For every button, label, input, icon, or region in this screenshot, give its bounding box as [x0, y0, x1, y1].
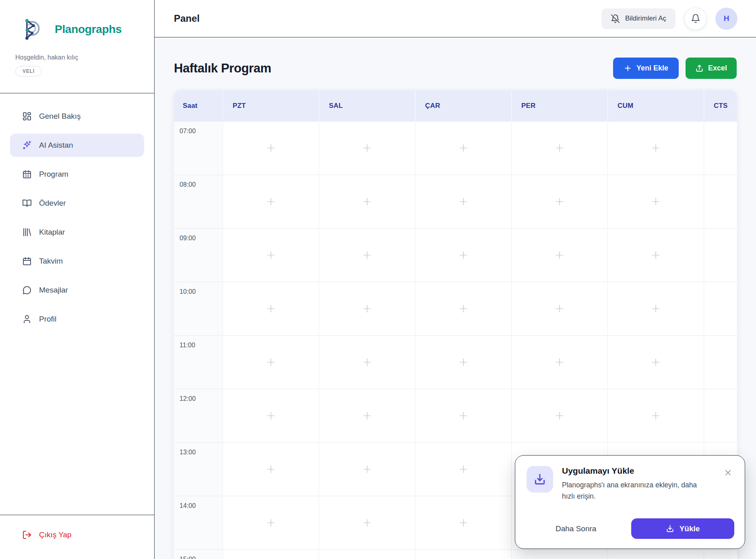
day-header-pzt: PZT — [223, 90, 319, 122]
schedule-cell-çar-1000[interactable] — [415, 282, 512, 336]
sidebar-item-ai-asistan[interactable]: AI Asistan — [10, 134, 144, 157]
plus-icon — [624, 64, 632, 72]
schedule-cell-pzt-1400[interactable] — [223, 496, 319, 550]
role-badge: VELİ — [15, 66, 42, 76]
sidebar-item-label: Genel Bakış — [39, 112, 81, 121]
schedule-cell-per-1100[interactable] — [512, 336, 608, 389]
sidebar-item-kitaplar[interactable]: Kitaplar — [10, 221, 144, 244]
plus-icon — [555, 144, 564, 153]
plus-icon — [266, 411, 275, 420]
plus-icon — [459, 304, 468, 313]
schedule-cell-pzt-1100[interactable] — [223, 336, 319, 389]
schedule-cell-sal-1500[interactable] — [319, 550, 415, 559]
add-new-button[interactable]: Yeni Ekle — [613, 58, 679, 79]
schedule-cell-pzt-0700[interactable] — [223, 122, 319, 175]
schedule-cell-pzt-1000[interactable] — [223, 282, 319, 336]
add-new-label: Yeni Ekle — [636, 64, 668, 72]
plus-icon — [363, 358, 372, 367]
schedule-cell-pzt-1200[interactable] — [223, 389, 319, 443]
confirm-install-button[interactable]: Yükle — [631, 518, 734, 539]
schedule-cell-pzt-0900[interactable] — [223, 229, 319, 282]
sidebar-item-profil[interactable]: Profil — [10, 307, 144, 331]
user-avatar[interactable]: H — [715, 8, 737, 30]
schedule-cell-cum-1200[interactable] — [608, 389, 704, 443]
schedule-cell-sal-0900[interactable] — [319, 229, 415, 282]
schedule-cell-pzt-1500[interactable] — [223, 550, 319, 559]
excel-export-button[interactable]: Excel — [686, 58, 737, 79]
message-circle-icon — [22, 285, 32, 295]
enable-notifications-button[interactable]: Bildirimleri Aç — [601, 8, 675, 29]
welcome-text: Hoşgeldin, hakan kılıç — [15, 54, 154, 61]
schedule-cell-sal-1300[interactable] — [319, 443, 415, 496]
close-icon[interactable] — [722, 466, 734, 479]
time-slot-label: 12:00 — [174, 389, 223, 443]
plus-icon — [555, 411, 564, 420]
excel-label: Excel — [708, 64, 727, 72]
sidebar-item-mesajlar[interactable]: Mesajlar — [10, 278, 144, 302]
schedule-cell-çar-1100[interactable] — [415, 336, 512, 389]
schedule-cell-cum-0800[interactable] — [608, 175, 704, 229]
schedule-cell-cts-0900[interactable] — [704, 229, 737, 282]
schedule-cell-cum-0700[interactable] — [608, 122, 704, 175]
schedule-cell-per-1000[interactable] — [512, 282, 608, 336]
sidebar-item-takvim[interactable]: Takvim — [10, 250, 144, 273]
schedule-cell-per-0800[interactable] — [512, 175, 608, 229]
download-app-icon — [527, 466, 553, 493]
schedule-cell-per-0700[interactable] — [512, 122, 608, 175]
schedule-cell-çar-0800[interactable] — [415, 175, 512, 229]
plus-icon — [459, 144, 468, 153]
notifications-bell-button[interactable] — [684, 8, 706, 30]
schedule-cell-cts-1000[interactable] — [704, 282, 737, 336]
schedule-cell-per-1500[interactable] — [512, 550, 608, 559]
sidebar-item-genel-bak-[interactable]: Genel Bakış — [10, 105, 144, 128]
download-icon — [666, 524, 674, 533]
sparkles-icon — [22, 140, 32, 150]
sidebar-item--devler[interactable]: Ödevler — [10, 192, 144, 215]
bell-icon — [691, 14, 700, 23]
schedule-cell-cts-0700[interactable] — [704, 122, 737, 175]
time-slot-label: 15:00 — [174, 550, 223, 559]
schedule-cell-cum-1500[interactable] — [608, 550, 704, 559]
schedule-cell-cts-1200[interactable] — [704, 389, 737, 443]
plus-icon — [459, 251, 468, 260]
schedule-cell-per-1200[interactable] — [512, 389, 608, 443]
schedule-cell-çar-1200[interactable] — [415, 389, 512, 443]
schedule-cell-per-0900[interactable] — [512, 229, 608, 282]
dismiss-install-button[interactable]: Daha Sonra — [556, 524, 596, 533]
upload-icon — [695, 64, 704, 72]
logout-button[interactable]: Çıkış Yap — [10, 523, 144, 547]
schedule-cell-çar-0900[interactable] — [415, 229, 512, 282]
enable-notifications-label: Bildirimleri Aç — [625, 14, 666, 23]
schedule-title: Haftalık Program — [174, 61, 271, 76]
user-icon — [22, 314, 32, 324]
plus-icon — [266, 144, 275, 153]
sidebar-item-label: Ödevler — [39, 199, 66, 208]
schedule-cell-sal-1000[interactable] — [319, 282, 415, 336]
plus-icon — [363, 411, 372, 420]
schedule-cell-pzt-1300[interactable] — [223, 443, 319, 496]
day-header-cum: CUM — [608, 90, 704, 122]
schedule-cell-sal-1100[interactable] — [319, 336, 415, 389]
schedule-cell-çar-0700[interactable] — [415, 122, 512, 175]
book-open-icon — [22, 198, 32, 208]
schedule-cell-çar-1500[interactable] — [415, 550, 512, 559]
schedule-cell-çar-1400[interactable] — [415, 496, 512, 550]
dashboard-icon — [22, 111, 32, 121]
schedule-cell-sal-0800[interactable] — [319, 175, 415, 229]
schedule-cell-cum-1100[interactable] — [608, 336, 704, 389]
schedule-cell-sal-0700[interactable] — [319, 122, 415, 175]
schedule-cell-cts-1500[interactable] — [704, 550, 737, 559]
schedule-cell-cts-1100[interactable] — [704, 336, 737, 389]
schedule-cell-çar-1300[interactable] — [415, 443, 512, 496]
schedule-cell-pzt-0800[interactable] — [223, 175, 319, 229]
schedule-cell-cts-0800[interactable] — [704, 175, 737, 229]
schedule-cell-cum-1000[interactable] — [608, 282, 704, 336]
schedule-cell-sal-1400[interactable] — [319, 496, 415, 550]
schedule-cell-sal-1200[interactable] — [319, 389, 415, 443]
sidebar-item-program[interactable]: Program — [10, 163, 144, 186]
logout-label: Çıkış Yap — [39, 530, 72, 539]
plus-icon — [651, 251, 660, 260]
schedule-cell-cum-0900[interactable] — [608, 229, 704, 282]
sidebar-item-label: AI Asistan — [39, 141, 73, 150]
calendar-days-icon — [22, 169, 32, 179]
